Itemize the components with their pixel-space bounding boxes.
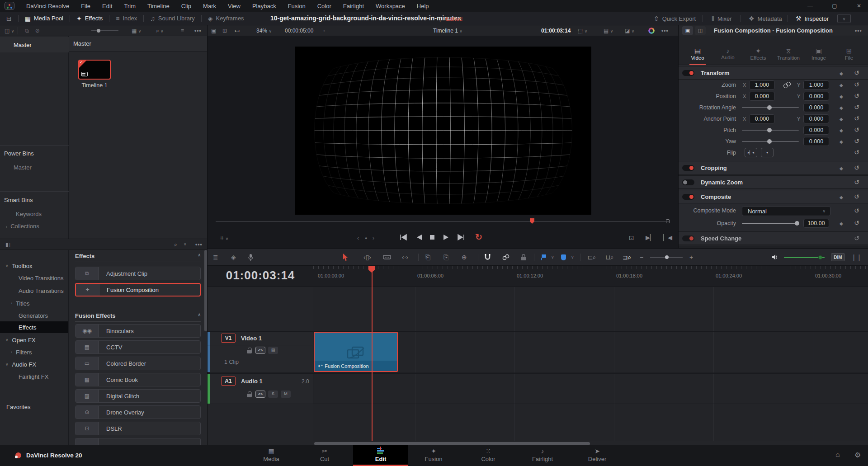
bin-tree-item-master[interactable]: Master — [0, 37, 69, 52]
anchor-x-input[interactable]: 0.000 — [749, 114, 775, 123]
composite-section-header[interactable]: Composite ◆ ↺ — [679, 190, 868, 203]
menu-fusion[interactable]: Fusion — [288, 3, 306, 9]
filmstrip-view-icon[interactable]: ▤ — [268, 347, 278, 354]
inspector-options-button[interactable]: ••• — [855, 28, 862, 34]
tab-audio[interactable]: ♪Audio — [713, 47, 742, 60]
menu-color[interactable]: Color — [317, 3, 331, 9]
tree-video-transitions[interactable]: Video Transitions — [0, 272, 68, 284]
video-track-badge[interactable]: V1 — [221, 334, 236, 343]
effect-item-comic-book[interactable]: ▩Comic Book — [75, 373, 201, 386]
reset-icon[interactable]: ↺ — [854, 104, 859, 111]
track-lock-icon[interactable] — [247, 394, 252, 397]
cropping-section-header[interactable]: Cropping ◆ ↺ — [679, 161, 868, 174]
razor-edit-mode-icon[interactable] — [383, 249, 391, 266]
composite-mode-dropdown[interactable]: Normal∨ — [742, 206, 830, 216]
selection-mode-cursor[interactable] — [342, 249, 349, 266]
viewer-scrub-bar[interactable] — [216, 221, 670, 221]
timeline-options-icon[interactable]: ≣ — [213, 249, 218, 266]
marquee-tool-button[interactable]: ⌗ ∨ — [220, 234, 228, 242]
menu-view[interactable]: View — [228, 3, 241, 9]
trim-edit-mode-icon[interactable]: ‹▯› — [363, 249, 371, 266]
effect-item-dslr[interactable]: ⊡DSLR — [75, 422, 201, 435]
zoom-slider-knob[interactable] — [665, 255, 669, 259]
audio-track-name[interactable]: Audio 1 — [241, 378, 263, 385]
lut-icon[interactable]: ⊞ — [222, 28, 227, 34]
keyframe-icon[interactable]: ◆ — [840, 71, 843, 76]
effect-item-partial[interactable] — [75, 438, 201, 446]
video-canvas[interactable] — [295, 47, 591, 215]
position-y-input[interactable]: 0.000 — [803, 92, 829, 101]
reset-icon[interactable]: ↺ — [854, 207, 859, 214]
inspector-toggle[interactable]: ⚒Inspector — [789, 12, 835, 25]
metadata-toggle[interactable]: ❖Metadata — [742, 12, 788, 25]
viewer-timeline-select[interactable]: Timeline 1 ∨ — [433, 28, 462, 34]
reset-icon[interactable]: ↺ — [854, 126, 859, 133]
safe-area-button[interactable]: ⬚ ∨ — [578, 28, 587, 34]
window-minimize-button[interactable]: — — [804, 3, 816, 9]
menu-mark[interactable]: Mark — [203, 3, 216, 9]
rotation-slider[interactable] — [742, 107, 799, 108]
menu-timeline[interactable]: Timeline — [147, 3, 170, 9]
loop-playback-button[interactable]: ↻ — [475, 232, 482, 242]
smart-bins-collections[interactable]: › Collections — [6, 223, 39, 230]
speed-change-toggle[interactable] — [682, 235, 694, 241]
auto-select-icon[interactable]: <> — [255, 347, 265, 354]
scrub-end-handle[interactable] — [666, 219, 670, 223]
thumbnail-size-slider[interactable] — [91, 30, 118, 31]
jog-reverse-icon[interactable]: ‹ — [357, 235, 359, 241]
timeline-split-view-icon[interactable]: ❘❘ — [851, 249, 862, 266]
viewer-playhead-marker[interactable] — [530, 218, 534, 224]
window-close-button[interactable]: ✕ — [853, 3, 865, 9]
sort-button[interactable]: ≡ — [181, 28, 184, 34]
transform-section-header[interactable]: Transform ◆ ↺ — [679, 66, 868, 80]
keyframe-icon[interactable]: ◆ — [840, 83, 843, 88]
tab-transition[interactable]: ⧖Transition — [774, 47, 803, 61]
volume-knob[interactable] — [818, 255, 822, 259]
audio-track-header[interactable]: A1 Audio 1 2.0 <> S M — [208, 374, 313, 404]
settings-gear-icon[interactable]: ⚙ — [854, 451, 861, 459]
reset-section-icon[interactable]: ↺ — [854, 69, 859, 76]
yaw-input[interactable]: 0.000 — [803, 137, 829, 146]
tree-favorites[interactable]: Favorites — [0, 401, 68, 413]
reset-section-icon[interactable]: ↺ — [854, 164, 859, 171]
tree-audio-fx[interactable]: ∨Audio FX — [0, 358, 68, 370]
effect-item-cctv[interactable]: ▤CCTV — [75, 340, 201, 354]
cropping-toggle[interactable] — [682, 165, 694, 171]
power-bins-label[interactable]: Power Bins — [4, 150, 34, 157]
tree-generators[interactable]: Generators — [0, 310, 68, 321]
mute-button[interactable]: M — [281, 391, 291, 398]
menu-playback[interactable]: Playback — [252, 3, 276, 9]
smart-bins-label[interactable]: Smart Bins — [4, 197, 33, 203]
tree-toolbox[interactable]: ∨Toolbox — [0, 260, 68, 272]
timeline-thumbnail-label[interactable]: Timeline 1 — [69, 82, 120, 89]
menu-fairlight[interactable]: Fairlight — [343, 3, 364, 9]
menu-workspace[interactable]: Workspace — [376, 3, 405, 9]
video-track-header[interactable]: V1 Video 1 <> ▤ 1 Clip — [208, 332, 313, 372]
match-frame-button[interactable]: ⊡ — [629, 234, 634, 241]
flag-icon[interactable] — [541, 249, 546, 266]
tree-effects[interactable]: Effects — [0, 321, 68, 333]
dynamic-trim-icon[interactable]: ‹·› — [402, 249, 408, 266]
mixer-toggle[interactable]: ⫴Mixer — [705, 12, 738, 25]
stacked-timelines-icon[interactable]: ◈ — [231, 249, 236, 266]
keyframe-icon[interactable]: ◆ — [840, 128, 843, 133]
media-pool-options-button[interactable]: ••• — [194, 28, 202, 34]
tab-effects[interactable]: ✦Effects — [744, 47, 773, 61]
app-logo-icon[interactable] — [5, 2, 14, 10]
tab-file[interactable]: ⊞File — [835, 47, 863, 61]
reset-icon[interactable]: ↺ — [854, 115, 859, 122]
audio-track-badge[interactable]: A1 — [221, 377, 236, 386]
keyframe-icon[interactable]: ◆ — [840, 94, 843, 99]
jog-forward-icon[interactable]: › — [373, 235, 374, 241]
smart-bins-keywords[interactable]: Keywords — [16, 211, 42, 217]
page-fusion[interactable]: ✦Fusion — [409, 445, 458, 466]
tree-titles[interactable]: ›Titles — [0, 297, 68, 309]
opacity-input[interactable]: 100.00 — [803, 219, 829, 228]
tab-video[interactable]: ▤Video — [683, 47, 712, 61]
toolbar-overflow-chevron[interactable]: ∨ — [837, 14, 851, 23]
audio-monitor-speaker-icon[interactable] — [772, 249, 779, 266]
media-search-button[interactable]: ⌕ ∨ — [156, 28, 164, 34]
timeline-zoom-slider[interactable] — [650, 249, 683, 266]
keyframe-icon[interactable]: ◆ — [840, 166, 843, 171]
keyframe-icon[interactable]: ◆ — [840, 117, 843, 122]
